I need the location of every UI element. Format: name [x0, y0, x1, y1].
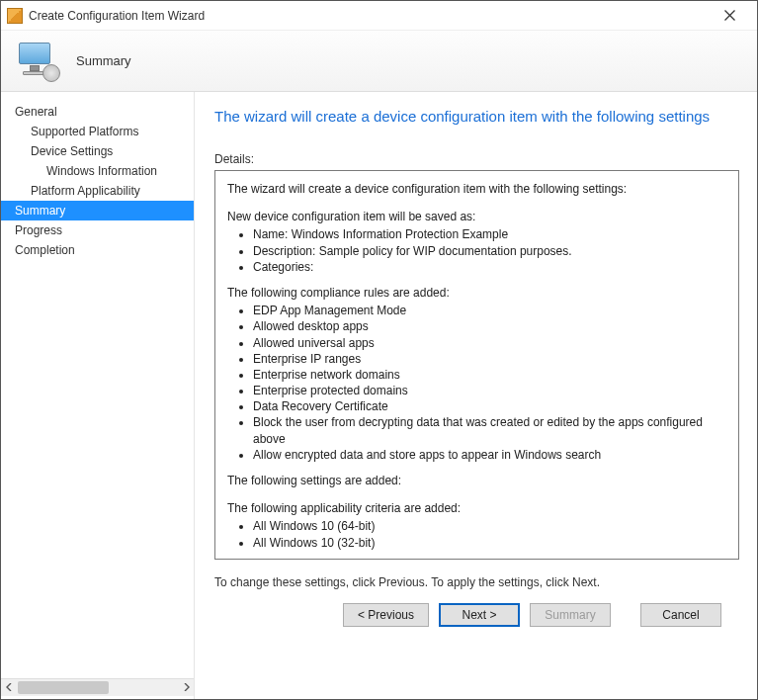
- nav-item-summary[interactable]: Summary: [1, 201, 195, 220]
- close-button[interactable]: [710, 2, 749, 30]
- footer: < Previous Next > Summary Cancel: [214, 589, 739, 641]
- list-item: Allow encrypted data and store apps to a…: [253, 447, 726, 463]
- titlebar: Create Configuration Item Wizard: [1, 1, 757, 31]
- chevron-right-icon: [183, 683, 190, 691]
- nav: GeneralSupported PlatformsDevice Setting…: [1, 102, 195, 678]
- nav-item-windows-information[interactable]: Windows Information: [1, 161, 195, 181]
- page-heading: The wizard will create a device configur…: [214, 108, 739, 125]
- list-item: Block the user from decrypting data that…: [253, 414, 726, 446]
- list-item: Enterprise protected domains: [253, 383, 726, 398]
- nav-item-progress[interactable]: Progress: [1, 220, 195, 240]
- nav-item-device-settings[interactable]: Device Settings: [1, 141, 195, 161]
- scroll-left-button[interactable]: [1, 679, 18, 696]
- list-item: Categories:: [253, 259, 726, 275]
- app-icon: [7, 8, 23, 24]
- sidebar-separator: [194, 92, 195, 699]
- list-item: Name: Windows Information Protection Exa…: [253, 226, 726, 242]
- details-label: Details:: [214, 152, 739, 166]
- scroll-right-button[interactable]: [178, 679, 195, 696]
- header-band: Summary: [1, 31, 757, 92]
- list-item: EDP App Management Mode: [253, 303, 726, 318]
- hint-text: To change these settings, click Previous…: [214, 575, 739, 589]
- chevron-left-icon: [6, 683, 13, 691]
- list-item: All Windows 10 (32-bit): [253, 535, 726, 551]
- applicability-list: All Windows 10 (64-bit)All Windows 10 (3…: [253, 518, 726, 550]
- summary-button: Summary: [530, 603, 611, 627]
- body: GeneralSupported PlatformsDevice Setting…: [1, 92, 757, 699]
- scroll-track[interactable]: [18, 679, 178, 696]
- main: The wizard will create a device configur…: [195, 92, 757, 699]
- list-item: Allowed universal apps: [253, 335, 726, 351]
- details-intro: The wizard will create a device configur…: [227, 181, 726, 197]
- sidebar-scrollbar[interactable]: [1, 678, 195, 695]
- sidebar: GeneralSupported PlatformsDevice Setting…: [1, 92, 195, 699]
- monitor-icon: [17, 41, 58, 82]
- scroll-thumb[interactable]: [18, 681, 109, 694]
- cancel-button[interactable]: Cancel: [640, 603, 721, 627]
- list-item: All Windows 10 (64-bit): [253, 518, 726, 534]
- window-title: Create Configuration Item Wizard: [29, 9, 205, 23]
- close-icon: [724, 10, 735, 21]
- saved-as-list: Name: Windows Information Protection Exa…: [253, 226, 726, 275]
- list-item: Description: Sample policy for WIP docum…: [253, 243, 726, 259]
- list-item: Enterprise IP ranges: [253, 351, 726, 367]
- rules-label: The following compliance rules are added…: [227, 285, 726, 301]
- header-label: Summary: [76, 53, 131, 68]
- details-box: The wizard will create a device configur…: [214, 170, 739, 560]
- applicability-label: The following applicability criteria are…: [227, 500, 726, 516]
- next-button[interactable]: Next >: [439, 603, 520, 627]
- nav-item-general[interactable]: General: [1, 102, 195, 122]
- list-item: Enterprise network domains: [253, 367, 726, 383]
- rules-list: EDP App Management ModeAllowed desktop a…: [253, 303, 726, 463]
- settings-label: The following settings are added:: [227, 473, 726, 488]
- saved-as-label: New device configuration item will be sa…: [227, 209, 726, 224]
- nav-item-completion[interactable]: Completion: [1, 240, 195, 260]
- nav-item-supported-platforms[interactable]: Supported Platforms: [1, 122, 195, 141]
- list-item: Allowed desktop apps: [253, 318, 726, 334]
- list-item: Data Recovery Certificate: [253, 398, 726, 414]
- previous-button[interactable]: < Previous: [343, 603, 429, 627]
- nav-item-platform-applicability[interactable]: Platform Applicability: [1, 181, 195, 201]
